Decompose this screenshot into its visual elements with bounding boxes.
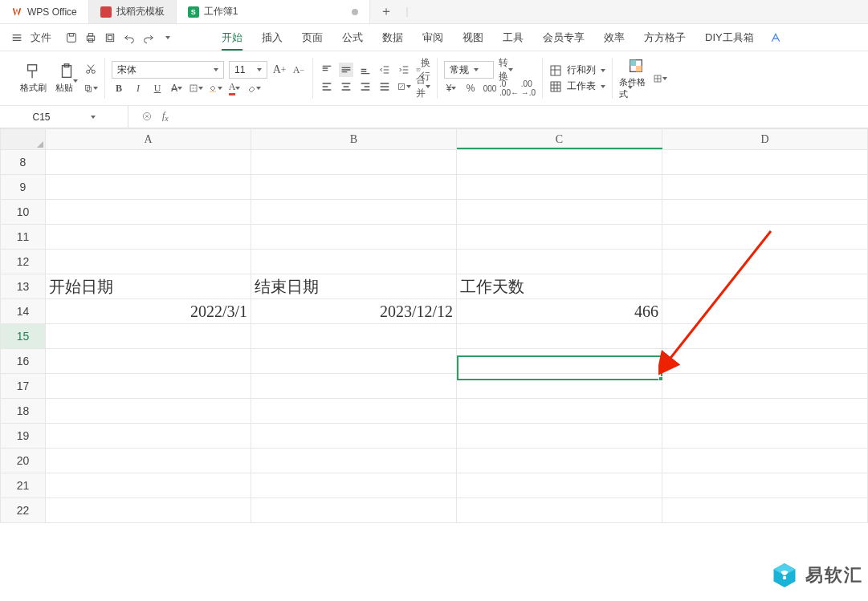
cell-A17[interactable] <box>46 374 251 399</box>
merge-button[interactable]: 合并 <box>416 79 430 94</box>
cell-B10[interactable] <box>251 200 457 225</box>
align-center-button[interactable] <box>339 79 353 94</box>
cell-C22[interactable] <box>457 498 662 523</box>
convert-button[interactable]: 转换 <box>499 63 513 77</box>
spreadsheet-grid[interactable]: A B C D 8910111213开始日期结束日期工作天数142022/3/1… <box>0 128 868 523</box>
cell-D22[interactable] <box>662 498 868 523</box>
cell-A21[interactable] <box>46 473 251 498</box>
undo-button[interactable] <box>120 29 138 47</box>
ai-icon[interactable] <box>770 32 781 43</box>
cancel-fx-icon[interactable] <box>141 111 153 122</box>
cell-D10[interactable] <box>662 200 868 225</box>
fx-label[interactable]: fx <box>162 110 169 123</box>
strikethrough-button[interactable]: A̶ <box>169 81 184 95</box>
file-menu[interactable]: 文件 <box>27 29 55 47</box>
decrease-font-button[interactable]: A− <box>291 63 306 77</box>
cell-D12[interactable] <box>662 250 868 274</box>
align-left-button[interactable] <box>320 79 334 94</box>
save-button[interactable] <box>63 29 80 47</box>
menu-审阅[interactable]: 审阅 <box>413 24 453 51</box>
bold-button[interactable]: B <box>112 81 126 95</box>
cell-B14[interactable]: 2023/12/12 <box>251 299 457 324</box>
number-format-select[interactable]: 常规 <box>444 61 494 79</box>
cell-B12[interactable] <box>251 250 457 274</box>
comma-button[interactable]: 000 <box>483 81 497 95</box>
cell-A15[interactable] <box>46 324 251 349</box>
cell-A18[interactable] <box>46 399 251 424</box>
row-header-12[interactable]: 12 <box>1 250 46 274</box>
workbook-tab[interactable]: S 工作簿1 <box>177 0 371 23</box>
col-header-C[interactable]: C <box>457 129 662 150</box>
cell-B9[interactable] <box>251 175 457 200</box>
name-box[interactable]: C15 <box>0 106 128 128</box>
select-all-corner[interactable] <box>1 129 46 150</box>
col-header-B[interactable]: B <box>251 129 457 150</box>
template-tab[interactable]: 找稻壳模板 <box>89 0 177 23</box>
menu-会员专享[interactable]: 会员专享 <box>533 24 594 51</box>
cell-D13[interactable] <box>662 274 868 299</box>
cell-D15[interactable] <box>662 324 868 349</box>
cell-C19[interactable] <box>457 424 662 449</box>
cell-B13[interactable]: 结束日期 <box>251 274 457 299</box>
cell-A19[interactable] <box>46 424 251 449</box>
cell-styles-button[interactable] <box>653 71 667 86</box>
cell-B11[interactable] <box>251 225 457 250</box>
copy-button[interactable] <box>84 81 98 95</box>
cell-A8[interactable] <box>46 150 251 175</box>
cell-D16[interactable] <box>662 349 868 374</box>
cell-D14[interactable] <box>662 299 868 324</box>
menu-DIY工具箱[interactable]: DIY工具箱 <box>695 24 764 51</box>
cell-B19[interactable] <box>251 424 457 449</box>
menu-公式[interactable]: 公式 <box>332 24 373 51</box>
italic-button[interactable]: I <box>131 81 145 95</box>
cell-B20[interactable] <box>251 449 457 473</box>
cell-A11[interactable] <box>46 225 251 250</box>
cell-D17[interactable] <box>662 374 868 399</box>
paste-button[interactable]: 粘贴 <box>50 63 84 94</box>
row-header-13[interactable]: 13 <box>1 274 46 299</box>
font-name-select[interactable]: 宋体 <box>112 61 224 79</box>
rowcol-button[interactable]: 行和列 <box>549 63 605 77</box>
increase-decimal-button[interactable]: .00→.0 <box>521 81 536 95</box>
formula-input[interactable] <box>181 106 868 128</box>
decrease-indent-button[interactable] <box>377 63 392 77</box>
cell-B16[interactable] <box>251 349 457 374</box>
clear-format-button[interactable] <box>247 81 261 95</box>
cell-D19[interactable] <box>662 424 868 449</box>
increase-font-button[interactable]: A+ <box>272 63 287 77</box>
cell-A9[interactable] <box>46 175 251 200</box>
cell-B17[interactable] <box>251 374 457 399</box>
cell-A12[interactable] <box>46 250 251 274</box>
menu-方方格子[interactable]: 方方格子 <box>634 24 695 51</box>
cell-A22[interactable] <box>46 498 251 523</box>
row-header-21[interactable]: 21 <box>1 473 46 498</box>
cell-D11[interactable] <box>662 225 868 250</box>
cell-B21[interactable] <box>251 473 457 498</box>
cell-A20[interactable] <box>46 449 251 473</box>
menu-视图[interactable]: 视图 <box>453 24 493 51</box>
border-button[interactable] <box>189 81 203 95</box>
font-size-select[interactable]: 11 <box>229 61 267 79</box>
row-header-14[interactable]: 14 <box>1 299 46 324</box>
menu-开始[interactable]: 开始 <box>212 24 252 51</box>
cell-D9[interactable] <box>662 175 868 200</box>
font-color-button[interactable]: A <box>227 81 242 95</box>
menu-效率[interactable]: 效率 <box>594 24 634 51</box>
row-header-10[interactable]: 10 <box>1 200 46 225</box>
cell-A13[interactable]: 开始日期 <box>46 274 251 299</box>
col-header-A[interactable]: A <box>46 129 251 150</box>
menu-插入[interactable]: 插入 <box>252 24 292 51</box>
row-header-9[interactable]: 9 <box>1 175 46 200</box>
cell-A14[interactable]: 2022/3/1 <box>46 299 251 324</box>
cell-C20[interactable] <box>457 449 662 473</box>
align-right-button[interactable] <box>358 79 373 94</box>
currency-button[interactable]: ¥ <box>444 81 458 95</box>
row-header-8[interactable]: 8 <box>1 150 46 175</box>
menu-toggle-button[interactable] <box>8 29 26 47</box>
cell-D21[interactable] <box>662 473 868 498</box>
menu-页面[interactable]: 页面 <box>292 24 332 51</box>
row-header-18[interactable]: 18 <box>1 399 46 424</box>
qat-more-button[interactable] <box>159 29 177 47</box>
row-header-22[interactable]: 22 <box>1 498 46 523</box>
row-header-11[interactable]: 11 <box>1 225 46 250</box>
